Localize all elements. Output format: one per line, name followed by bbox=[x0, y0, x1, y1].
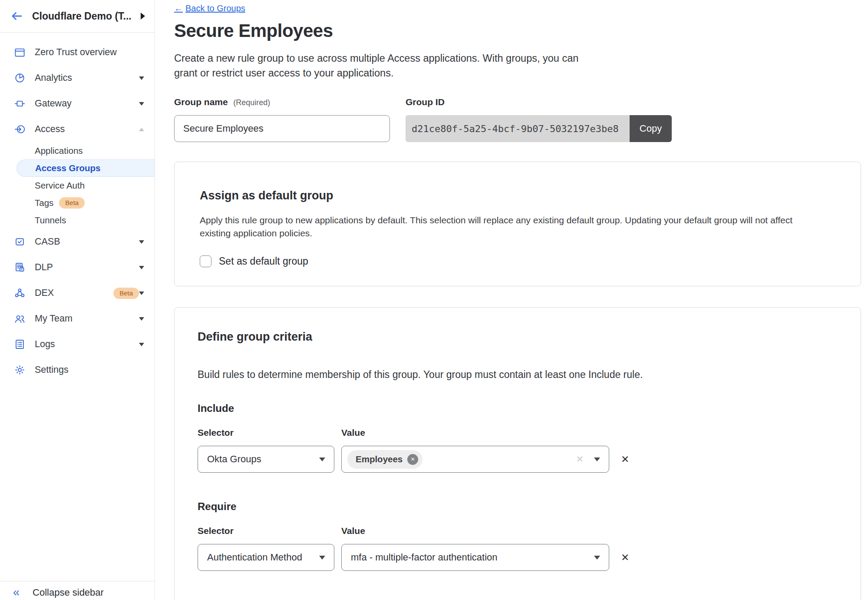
page-description: Create a new rule group to use across mu… bbox=[174, 51, 597, 80]
log-list-icon bbox=[14, 338, 26, 350]
sidebar-item-access-groups[interactable]: Access Groups bbox=[17, 159, 155, 177]
chevron-down-icon bbox=[139, 76, 144, 80]
app-window: Cloudflare Demo (T... Zero Trust overvie… bbox=[0, 0, 868, 600]
chevron-down-icon bbox=[139, 266, 144, 269]
chevron-down-icon bbox=[594, 457, 600, 461]
require-value-dropdown[interactable]: mfa - multiple-factor authentication bbox=[341, 544, 609, 571]
clear-values-icon[interactable]: ✕ bbox=[576, 454, 584, 464]
group-name-id-row: Group name (Required) Group ID d21ce80f-… bbox=[174, 97, 868, 142]
card-title: Assign as default group bbox=[200, 189, 835, 202]
sidebar-item-logs[interactable]: Logs bbox=[0, 331, 155, 357]
card-title: Define group criteria bbox=[198, 330, 838, 344]
casb-shield-check-icon bbox=[14, 236, 26, 248]
include-value-multiselect[interactable]: Employees ✕ ✕ bbox=[341, 446, 609, 473]
document-lock-icon bbox=[14, 262, 26, 273]
chevron-down-icon bbox=[139, 240, 144, 244]
double-chevron-left-icon: « bbox=[13, 587, 20, 597]
chevron-down-icon bbox=[594, 556, 600, 560]
sidebar-item-tags[interactable]: Tags Beta bbox=[0, 194, 155, 212]
chevron-down-icon bbox=[319, 457, 325, 461]
selector-label: Selector bbox=[198, 428, 334, 438]
access-login-icon bbox=[14, 123, 26, 135]
copy-button[interactable]: Copy bbox=[630, 115, 672, 142]
sidebar-item-analytics[interactable]: Analytics bbox=[0, 65, 155, 91]
sidebar-item-casb[interactable]: CASB bbox=[0, 229, 155, 255]
value-label: Value bbox=[341, 428, 365, 438]
sidebar-item-tunnels[interactable]: Tunnels bbox=[0, 212, 155, 229]
sidebar-item-gateway[interactable]: Gateway bbox=[0, 91, 155, 116]
expand-account-icon[interactable] bbox=[141, 13, 145, 20]
main-content: ← Back to Groups Secure Employees Create… bbox=[155, 0, 868, 600]
sidebar-item-applications[interactable]: Applications bbox=[0, 142, 155, 159]
include-selector-dropdown[interactable]: Okta Groups bbox=[198, 446, 334, 473]
sidebar-header: Cloudflare Demo (T... bbox=[0, 0, 155, 33]
sidebar-nav: Zero Trust overview Analytics Gateway bbox=[0, 33, 155, 581]
sidebar-item-zero-trust-overview[interactable]: Zero Trust overview bbox=[0, 40, 155, 65]
card-description: Build rules to determine membership of t… bbox=[198, 369, 838, 381]
require-section-label: Require bbox=[198, 501, 838, 513]
pie-chart-icon bbox=[14, 72, 26, 84]
include-section-label: Include bbox=[198, 402, 838, 414]
group-id-label: Group ID bbox=[406, 97, 672, 107]
account-title: Cloudflare Demo (T... bbox=[32, 10, 137, 22]
sidebar-item-service-auth[interactable]: Service Auth bbox=[0, 177, 155, 194]
required-hint: (Required) bbox=[233, 98, 270, 107]
remove-tag-icon[interactable]: ✕ bbox=[407, 454, 418, 465]
chevron-down-icon bbox=[139, 343, 144, 346]
sidebar-item-my-team[interactable]: My Team bbox=[0, 306, 155, 331]
selector-label: Selector bbox=[198, 526, 334, 536]
collapse-sidebar-button[interactable]: « Collapse sidebar bbox=[0, 581, 155, 600]
value-label: Value bbox=[341, 526, 365, 536]
assign-default-group-card: Assign as default group Apply this rule … bbox=[174, 162, 861, 286]
group-id-value: d21ce80f-5a25-4bcf-9b07-5032197e3be8 bbox=[406, 115, 630, 142]
chevron-down-icon bbox=[319, 556, 325, 560]
chevron-down-icon bbox=[139, 292, 144, 295]
set-default-group-row: Set as default group bbox=[200, 255, 835, 267]
remove-include-rule-icon[interactable]: ✕ bbox=[621, 454, 629, 464]
sidebar-item-dex[interactable]: DEX Beta bbox=[0, 280, 155, 306]
chevron-up-icon bbox=[139, 128, 144, 131]
require-selector-dropdown[interactable]: Authentication Method bbox=[198, 544, 334, 571]
card-description: Apply this rule group to new application… bbox=[200, 214, 818, 240]
back-to-groups-link[interactable]: ← Back to Groups bbox=[174, 3, 245, 13]
people-icon bbox=[14, 313, 26, 325]
checkbox-label: Set as default group bbox=[219, 255, 308, 267]
beta-badge: Beta bbox=[113, 288, 139, 299]
gear-icon bbox=[14, 364, 26, 376]
overview-window-icon bbox=[14, 46, 26, 58]
network-nodes-icon bbox=[14, 287, 26, 299]
sidebar: Cloudflare Demo (T... Zero Trust overvie… bbox=[0, 0, 155, 600]
remove-require-rule-icon[interactable]: ✕ bbox=[621, 553, 629, 563]
beta-badge: Beta bbox=[59, 197, 85, 209]
access-subnav: Applications Access Groups Service Auth … bbox=[0, 142, 155, 229]
set-default-group-checkbox[interactable] bbox=[200, 255, 211, 267]
define-group-criteria-card: Define group criteria Build rules to det… bbox=[174, 307, 861, 600]
back-arrow-icon[interactable] bbox=[10, 10, 23, 23]
left-arrow-icon: ← bbox=[174, 3, 183, 13]
chevron-down-icon bbox=[139, 317, 144, 321]
sidebar-item-access[interactable]: Access bbox=[0, 116, 155, 142]
include-rule-row: Okta Groups Employees ✕ ✕ ✕ bbox=[198, 446, 838, 473]
value-tag: Employees ✕ bbox=[347, 450, 422, 469]
gateway-icon bbox=[14, 98, 26, 109]
group-name-label: Group name bbox=[174, 97, 228, 107]
page-title: Secure Employees bbox=[174, 20, 868, 41]
sidebar-item-dlp[interactable]: DLP bbox=[0, 255, 155, 280]
sidebar-item-settings[interactable]: Settings bbox=[0, 357, 155, 383]
chevron-down-icon bbox=[139, 102, 144, 106]
group-name-input[interactable] bbox=[174, 115, 390, 142]
require-rule-row: Authentication Method mfa - multiple-fac… bbox=[198, 544, 838, 571]
